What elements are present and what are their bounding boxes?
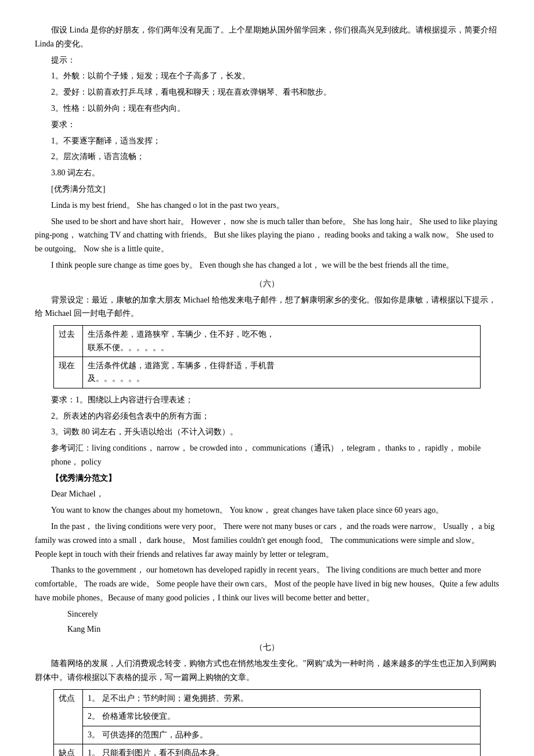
table-cell-con1: 1。 只能看到图片，看不到商品本身。 xyxy=(83,744,481,756)
table-header-past: 过去 xyxy=(54,326,83,357)
table-pros-cons: 优点 1。 足不出户；节约时间；避免拥挤、劳累。 2。 价格通常比较便宜。 3。… xyxy=(53,689,481,756)
req6-block: 要求：1。围绕以上内容进行合理表述； 2。所表述的内容必须包含表中的所有方面； … xyxy=(35,393,499,469)
section7-title: （七） xyxy=(35,640,499,654)
req-title: 要求： xyxy=(51,118,499,132)
en6-p3: Thanks to the government， our hometown h… xyxy=(35,563,499,604)
table-cell-pro2: 2。 价格通常比较便宜。 xyxy=(83,708,481,726)
vocab6: 参考词汇：living conditions， narrow， be crowd… xyxy=(51,441,499,469)
table-row: 3。 可供选择的范围广，品种多。 xyxy=(54,726,481,744)
req6-2: 2。所表述的内容必须包含表中的所有方面； xyxy=(51,409,499,423)
en-p1: Linda is my best friend。 She has changed… xyxy=(35,199,499,213)
table-row-cons: 缺点 1。 只能看到图片，看不到商品本身。 xyxy=(54,744,481,756)
req6-3: 3。词数 80 词左右，开头语以给出（不计入词数）。 xyxy=(51,425,499,439)
table-past-present: 过去 生活条件差，道路狭窄，车辆少，住不好，吃不饱，联系不便。。。。。。 现在 … xyxy=(53,325,481,388)
en-p3: I think people sure change as time goes … xyxy=(35,258,499,272)
section7-intro: 随着网络的发展，人们消费观念转变，购物方式也在悄然地发生变化。"网购"成为一种时… xyxy=(35,657,499,685)
hint-title: 提示： xyxy=(51,53,499,67)
intro-paragraph: 假设 Linda 是你的好朋友，你们两年没有见面了。上个星期她从国外留学回来，你… xyxy=(35,23,499,51)
excellent6-label: 【优秀满分范文】 xyxy=(35,471,499,485)
table-row: 2。 价格通常比较便宜。 xyxy=(54,708,481,726)
table-row: 过去 生活条件差，道路狭窄，车辆少，住不好，吃不饱，联系不便。。。。。。 xyxy=(54,326,481,357)
table-row-pros: 优点 1。 足不出户；节约时间；避免拥挤、劳累。 xyxy=(54,689,481,707)
section6-intro: 背景设定：最近，康敏的加拿大朋友 Michael 给他发来电子邮件，想了解康明家… xyxy=(35,293,499,321)
en6-greeting: Dear Michael， xyxy=(35,487,499,501)
req-3: 3.80 词左右。 xyxy=(51,166,499,180)
section6-title: （六） xyxy=(35,277,499,291)
excellent-label-1: [优秀满分范文] xyxy=(35,182,499,196)
en6-p1: You want to know the changes about my ho… xyxy=(35,503,499,517)
req-2: 2。层次清晰，语言流畅； xyxy=(51,150,499,164)
hints-block: 提示： 1。外貌：以前个子矮，短发；现在个子高多了，长发。 2。爱好：以前喜欢打… xyxy=(35,53,499,180)
table-header-cons: 缺点 xyxy=(54,744,83,756)
sign1: Sincerely xyxy=(35,607,499,621)
page-content: 假设 Linda 是你的好朋友，你们两年没有见面了。上个星期她从国外留学回来，你… xyxy=(35,23,499,756)
req6-1: 要求：1。围绕以上内容进行合理表述； xyxy=(51,393,499,407)
table-cell-pro3: 3。 可供选择的范围广，品种多。 xyxy=(83,726,481,744)
table-header-present: 现在 xyxy=(54,357,83,388)
table-row: 现在 生活条件优越，道路宽，车辆多，住得舒适，手机普及。。。。。。 xyxy=(54,357,481,388)
req-1: 1。不要逐字翻译，适当发挥； xyxy=(51,134,499,148)
table-cell-pro1: 1。 足不出户；节约时间；避免拥挤、劳累。 xyxy=(83,689,481,707)
table-header-pros: 优点 xyxy=(54,689,83,744)
hint-1: 1。外貌：以前个子矮，短发；现在个子高多了，长发。 xyxy=(51,69,499,83)
hint-2: 2。爱好：以前喜欢打乒乓球，看电视和聊天；现在喜欢弹钢琴、看书和散步。 xyxy=(51,85,499,99)
table-cell-past: 生活条件差，道路狭窄，车辆少，住不好，吃不饱，联系不便。。。。。。 xyxy=(83,326,481,357)
sign2: Kang Min xyxy=(35,622,499,636)
table-cell-present: 生活条件优越，道路宽，车辆多，住得舒适，手机普及。。。。。。 xyxy=(83,357,481,388)
hint-3: 3。性格：以前外向；现在有些内向。 xyxy=(51,102,499,116)
en-p2: She used to be short and have short hair… xyxy=(35,215,499,256)
en6-p2: In the past， the living conditions were … xyxy=(35,520,499,561)
